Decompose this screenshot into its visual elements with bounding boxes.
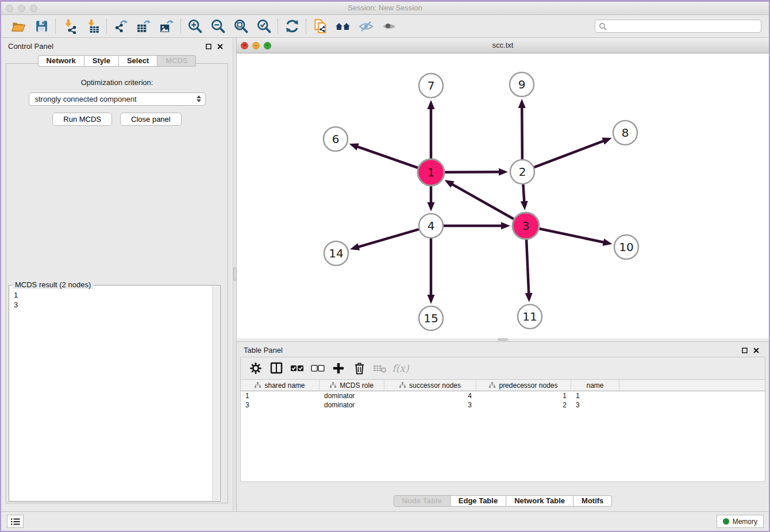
trash-icon: [353, 362, 366, 375]
gear-button[interactable]: [245, 360, 266, 377]
graph-node-label: 6: [332, 132, 340, 146]
tree-icon: [489, 382, 495, 388]
network-view-window: ✕ − + scc.txt 1234678910111415: [237, 38, 769, 342]
close-panel-icon[interactable]: [217, 43, 224, 50]
delete-column-button[interactable]: [349, 360, 369, 377]
open-file-button[interactable]: [7, 17, 30, 36]
edge-arrowhead-icon: [501, 222, 510, 230]
open-file-icon: [11, 19, 26, 34]
table-row[interactable]: 1dominator411: [241, 391, 765, 400]
network-bottom-splitter[interactable]: [237, 338, 769, 341]
mcds-result-box: MCDS result (2 nodes) 1 3: [9, 285, 221, 502]
graph-node-label: 4: [428, 219, 435, 233]
zoom-selected-button[interactable]: [252, 17, 275, 36]
export-image-icon: [159, 19, 174, 34]
select-all-icon: [290, 361, 305, 376]
tab-mcds[interactable]: MCDS: [157, 55, 196, 67]
table-cell: dominator: [319, 392, 384, 400]
table-cell: 4: [384, 392, 476, 400]
duplicate-network-button[interactable]: [309, 17, 332, 36]
criterion-dropdown[interactable]: strongly connected component: [29, 92, 206, 106]
mcds-result-values: 1 3: [9, 287, 212, 501]
column-header-MCDS-role[interactable]: MCDS role: [319, 380, 384, 391]
float-panel-icon[interactable]: [205, 43, 212, 50]
apply-layout-button[interactable]: [280, 17, 303, 36]
add-column-button[interactable]: [328, 360, 349, 377]
network-overview-button[interactable]: [332, 17, 355, 36]
table-row[interactable]: 3dominator323: [241, 400, 765, 410]
table-cell: 3: [571, 401, 619, 409]
show-panel-button[interactable]: [378, 17, 401, 36]
tab-select[interactable]: Select: [119, 55, 157, 67]
tree-icon: [255, 382, 261, 388]
network-titlebar: ✕ − + scc.txt: [237, 38, 769, 53]
tab-network[interactable]: Network: [38, 55, 84, 67]
export-network-button[interactable]: [109, 17, 132, 36]
column-header-name[interactable]: name: [571, 380, 619, 391]
deselect-all-button[interactable]: [307, 360, 328, 377]
graph-edge[interactable]: [452, 184, 514, 219]
graph-edge[interactable]: [526, 240, 529, 294]
run-mcds-button[interactable]: Run MCDS: [52, 113, 112, 126]
tree-icon: [399, 382, 406, 388]
table-cell: 1: [571, 392, 619, 400]
close-panel-button[interactable]: Close panel: [120, 113, 182, 126]
status-bar: Memory: [1, 511, 769, 531]
tab-edge-table[interactable]: Edge Table: [451, 495, 506, 507]
toolbar-separator: [55, 19, 56, 34]
network-canvas[interactable]: 1234678910111415: [237, 53, 769, 338]
edge-arrowhead-icon: [602, 137, 611, 144]
column-header-shared-name[interactable]: shared name: [241, 380, 319, 391]
tab-motifs[interactable]: Motifs: [573, 495, 612, 507]
graph-edge[interactable]: [523, 184, 524, 202]
close-panel-icon[interactable]: [753, 347, 760, 354]
float-panel-icon[interactable]: [741, 347, 748, 354]
function-builder-button[interactable]: f(x): [390, 360, 411, 377]
graph-node-label: 11: [522, 310, 537, 323]
table-header-row: shared nameMCDS rolesuccessor nodesprede…: [241, 380, 765, 391]
column-view-button[interactable]: [266, 360, 287, 377]
splitter-handle[interactable]: [498, 338, 508, 341]
save-session-button[interactable]: [30, 17, 53, 36]
main-titlebar: Session: New Session: [1, 2, 769, 15]
graph-edge[interactable]: [357, 147, 418, 168]
graph-edge[interactable]: [539, 229, 604, 242]
graph-node-label: 14: [329, 246, 343, 260]
graph-node-label: 3: [522, 219, 530, 233]
memory-button[interactable]: Memory: [717, 515, 764, 528]
table-panel-title: Table Panel: [244, 346, 283, 354]
delete-table-button[interactable]: [369, 360, 390, 377]
table-cell: 1: [241, 392, 319, 400]
toolbar-separator: [106, 19, 107, 34]
column-header-predecessor-nodes[interactable]: predecessor nodes: [476, 380, 571, 391]
graph-edge[interactable]: [357, 229, 418, 247]
column-header-successor-nodes[interactable]: successor nodes: [384, 380, 476, 391]
deselect-all-icon: [310, 361, 325, 376]
panel-splitter[interactable]: [233, 38, 237, 511]
graph-edge[interactable]: [445, 172, 500, 172]
zoom-in-button[interactable]: [183, 17, 206, 36]
node-table[interactable]: shared nameMCDS rolesuccessor nodesprede…: [240, 380, 765, 482]
zoom-out-icon: [210, 18, 226, 34]
export-image-button[interactable]: [155, 17, 178, 36]
hide-panel-button[interactable]: [355, 17, 378, 36]
zoom-out-button[interactable]: [206, 17, 229, 36]
import-table-button[interactable]: [81, 17, 104, 36]
table-cell: dominator: [319, 401, 384, 409]
show-panels-button[interactable]: [7, 515, 24, 528]
scrollbar[interactable]: [212, 286, 220, 500]
zoom-fit-button[interactable]: [229, 17, 252, 36]
toolbar-separator: [180, 19, 181, 34]
toolbar-separator: [278, 19, 278, 34]
tab-node-table[interactable]: Node Table: [394, 495, 451, 507]
tab-network-table[interactable]: Network Table: [506, 495, 573, 507]
optimization-criterion-label: Optimization criterion:: [6, 78, 228, 87]
export-table-button[interactable]: [132, 17, 155, 36]
graph-edge[interactable]: [522, 107, 522, 159]
select-all-button[interactable]: [287, 360, 307, 377]
graph-edge[interactable]: [534, 141, 605, 167]
search-field[interactable]: [595, 20, 761, 33]
tab-style[interactable]: Style: [84, 55, 119, 67]
search-input[interactable]: [610, 22, 757, 30]
import-network-button[interactable]: [58, 17, 81, 36]
